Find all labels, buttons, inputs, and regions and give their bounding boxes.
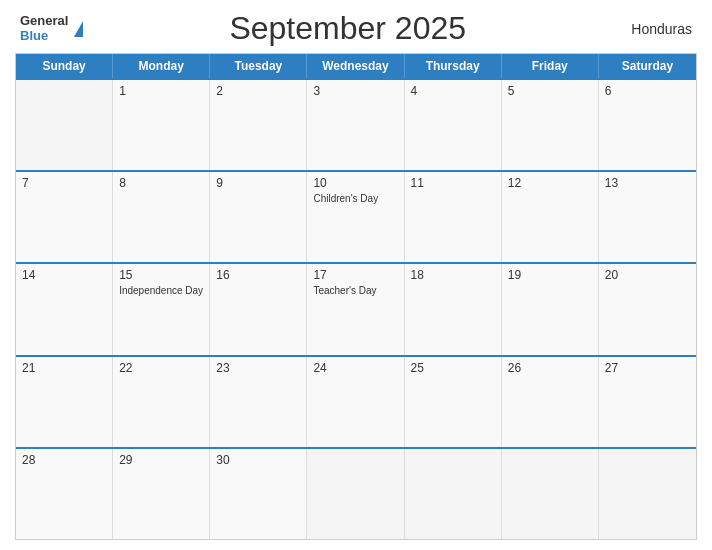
day-cell-2-0: 14 [16,264,113,354]
day-cell-3-2: 23 [210,357,307,447]
logo-blue: Blue [20,29,68,43]
day-number: 22 [119,361,203,375]
day-number: 23 [216,361,300,375]
day-cell-3-4: 25 [405,357,502,447]
day-cell-1-2: 9 [210,172,307,262]
calendar-grid: Sunday Monday Tuesday Wednesday Thursday… [15,53,697,540]
day-number: 4 [411,84,495,98]
day-cell-3-3: 24 [307,357,404,447]
day-number: 19 [508,268,592,282]
week-row-3: 1415Independence Day1617Teacher's Day181… [16,262,696,354]
country-label: Honduras [612,21,692,37]
day-cell-2-6: 20 [599,264,696,354]
logo-triangle-icon [74,21,83,37]
day-number: 12 [508,176,592,190]
day-number: 27 [605,361,690,375]
header-saturday: Saturday [599,54,696,78]
day-cell-3-1: 22 [113,357,210,447]
day-number: 10 [313,176,397,190]
day-number: 7 [22,176,106,190]
page-title: September 2025 [83,10,612,47]
day-cell-1-6: 13 [599,172,696,262]
day-cell-4-1: 29 [113,449,210,539]
day-cell-4-3 [307,449,404,539]
day-cell-4-5 [502,449,599,539]
week-row-5: 282930 [16,447,696,539]
day-cell-0-2: 2 [210,80,307,170]
day-number: 6 [605,84,690,98]
day-cell-2-1: 15Independence Day [113,264,210,354]
day-number: 26 [508,361,592,375]
holiday-label: Children's Day [313,192,397,205]
day-number: 17 [313,268,397,282]
day-number: 28 [22,453,106,467]
day-cell-1-3: 10Children's Day [307,172,404,262]
week-row-1: 123456 [16,78,696,170]
day-cell-0-3: 3 [307,80,404,170]
day-cell-0-4: 4 [405,80,502,170]
day-number: 24 [313,361,397,375]
day-cell-3-6: 27 [599,357,696,447]
day-cell-2-5: 19 [502,264,599,354]
day-headers-row: Sunday Monday Tuesday Wednesday Thursday… [16,54,696,78]
day-number: 16 [216,268,300,282]
day-cell-0-6: 6 [599,80,696,170]
header: General Blue September 2025 Honduras [15,10,697,47]
day-number: 13 [605,176,690,190]
day-cell-4-0: 28 [16,449,113,539]
header-sunday: Sunday [16,54,113,78]
day-number: 2 [216,84,300,98]
day-cell-0-1: 1 [113,80,210,170]
day-cell-1-0: 7 [16,172,113,262]
day-number: 11 [411,176,495,190]
header-wednesday: Wednesday [307,54,404,78]
week-row-4: 21222324252627 [16,355,696,447]
holiday-label: Teacher's Day [313,284,397,297]
day-cell-4-4 [405,449,502,539]
day-cell-0-5: 5 [502,80,599,170]
logo-general: General [20,14,68,28]
calendar-page: General Blue September 2025 Honduras Sun… [0,0,712,550]
header-thursday: Thursday [405,54,502,78]
day-cell-1-5: 12 [502,172,599,262]
day-cell-2-3: 17Teacher's Day [307,264,404,354]
day-cell-3-5: 26 [502,357,599,447]
day-number: 14 [22,268,106,282]
logo-block: General Blue [20,14,68,43]
day-cell-4-6 [599,449,696,539]
day-number: 3 [313,84,397,98]
logo: General Blue [20,14,83,43]
day-cell-1-1: 8 [113,172,210,262]
holiday-label: Independence Day [119,284,203,297]
header-tuesday: Tuesday [210,54,307,78]
header-friday: Friday [502,54,599,78]
weeks-container: 12345678910Children's Day1112131415Indep… [16,78,696,539]
day-number: 8 [119,176,203,190]
day-cell-0-0 [16,80,113,170]
day-number: 20 [605,268,690,282]
header-monday: Monday [113,54,210,78]
day-number: 5 [508,84,592,98]
day-number: 18 [411,268,495,282]
week-row-2: 78910Children's Day111213 [16,170,696,262]
day-number: 15 [119,268,203,282]
day-cell-2-2: 16 [210,264,307,354]
day-cell-3-0: 21 [16,357,113,447]
day-number: 21 [22,361,106,375]
day-number: 9 [216,176,300,190]
day-number: 1 [119,84,203,98]
day-number: 30 [216,453,300,467]
day-number: 29 [119,453,203,467]
day-number: 25 [411,361,495,375]
day-cell-2-4: 18 [405,264,502,354]
day-cell-4-2: 30 [210,449,307,539]
day-cell-1-4: 11 [405,172,502,262]
